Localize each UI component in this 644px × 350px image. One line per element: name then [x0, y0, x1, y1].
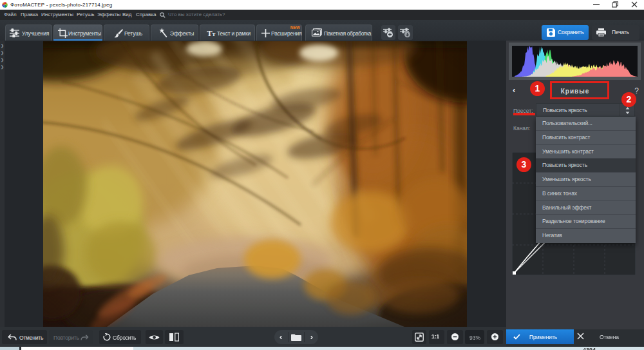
- svg-text:т: т: [213, 30, 216, 37]
